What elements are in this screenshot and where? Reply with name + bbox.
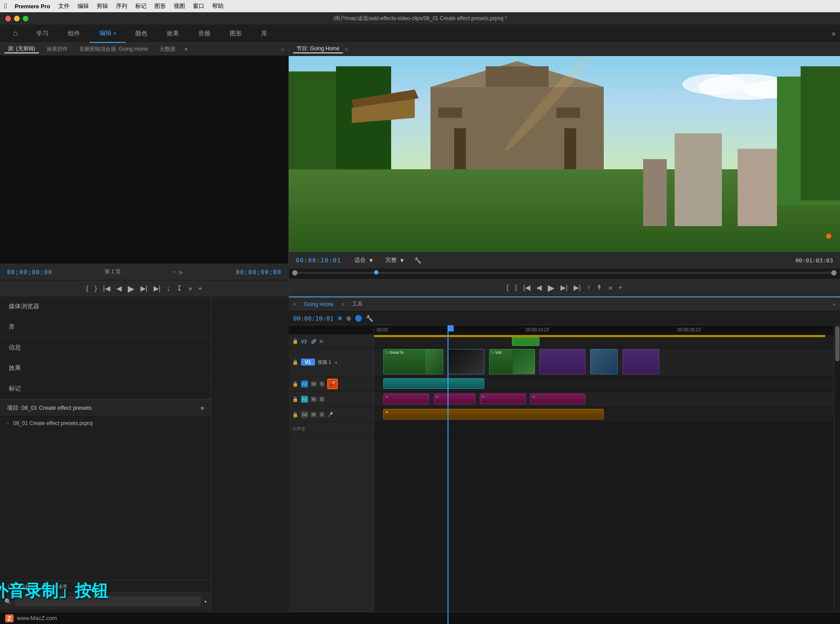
source-timecode-left[interactable]: 00;00;00;00	[7, 268, 52, 275]
workspace-more-button[interactable]: »	[832, 30, 836, 38]
apple-menu[interactable]: 	[4, 2, 7, 10]
timeline-timecode[interactable]: 00:00:10:01	[293, 315, 334, 322]
close-button[interactable]	[5, 16, 11, 21]
side-item-markers[interactable]: 标记	[0, 379, 211, 399]
a2-m-btn[interactable]: M	[311, 381, 317, 387]
program-go-to-in[interactable]: |◀	[523, 283, 530, 292]
a3-s-btn[interactable]: S	[319, 397, 325, 402]
a2-button[interactable]: A2	[301, 380, 308, 387]
source-tab-metadata[interactable]: 元数据	[156, 45, 179, 53]
source-more-controls[interactable]: »	[188, 285, 192, 293]
timeline-more[interactable]: »	[833, 301, 836, 307]
menu-view[interactable]: 视图	[174, 2, 185, 10]
quality-dropdown-icon[interactable]: ▼	[399, 257, 405, 264]
source-add-btn[interactable]: +	[198, 285, 202, 293]
scrubber-playhead[interactable]	[374, 270, 378, 275]
a3-button[interactable]: A3	[301, 396, 308, 403]
a3-clip-3[interactable]: fx	[480, 394, 526, 404]
v1-clip-2[interactable]: fx	[448, 349, 484, 374]
a3-clip-2[interactable]: fx	[434, 394, 476, 404]
menu-marker[interactable]: 标记	[135, 2, 147, 10]
timeline-settings[interactable]: 🔧	[366, 315, 373, 322]
a3-clip-4[interactable]: fx	[530, 394, 585, 404]
a4-m-btn[interactable]: M	[311, 412, 317, 417]
source-step-fwd[interactable]: ▶|	[140, 284, 147, 293]
v1-clip-3[interactable]: fx Vist	[489, 349, 535, 374]
workspace-tab-effects[interactable]: 效果	[157, 24, 189, 43]
workspace-tab-color[interactable]: 颜色	[126, 24, 157, 43]
project-menu[interactable]: ≡	[200, 405, 204, 411]
side-item-media-browser[interactable]: 媒体浏览器	[0, 296, 211, 317]
program-mark-out[interactable]: }	[515, 284, 517, 292]
v1-clip-1[interactable]: fx Great fo	[383, 349, 443, 374]
a3-clip-1[interactable]: fx	[383, 394, 429, 404]
scrubber-right-handle[interactable]	[831, 270, 836, 275]
page-nav-forward[interactable]: ▶	[179, 268, 184, 275]
program-lift[interactable]: ↑	[587, 284, 590, 292]
a2-s-btn[interactable]: S	[319, 381, 325, 387]
side-item-info[interactable]: 信息	[0, 338, 211, 358]
a4-s-btn[interactable]: S	[319, 412, 325, 417]
a4-clip-1[interactable]: fx	[383, 409, 604, 419]
source-tab-audio-mixer[interactable]: 音频剪辑混合器: Going Home	[76, 45, 152, 53]
program-add-btn[interactable]: +	[618, 284, 622, 292]
timeline-tools-tab[interactable]: 工具	[350, 300, 365, 308]
search-input[interactable]	[15, 596, 201, 606]
a4-lock-icon[interactable]: 🔒	[292, 412, 298, 418]
v1-clip-6[interactable]	[623, 349, 659, 374]
timeline-menu[interactable]: ≡	[341, 301, 344, 307]
v2-eye-icon[interactable]: 👁	[319, 339, 324, 344]
workspace-tab-learn[interactable]: 学习	[27, 24, 58, 43]
source-step-back[interactable]: ◀	[116, 284, 122, 293]
program-go-to-out[interactable]: ▶|	[574, 283, 581, 292]
program-tab-menu[interactable]: ≡	[345, 46, 348, 52]
a2-lock-icon[interactable]: 🔒	[292, 381, 298, 387]
maximize-button[interactable]	[23, 16, 28, 21]
program-play[interactable]: ▶	[548, 282, 554, 293]
workspace-tab-libraries[interactable]: 库	[252, 24, 277, 43]
source-mark-in[interactable]: {	[86, 285, 88, 293]
snap-tool[interactable]: ❄	[337, 315, 343, 322]
workspace-tab-graphics[interactable]: 图形	[220, 24, 252, 43]
program-step-back[interactable]: ◀	[536, 283, 542, 292]
menu-file[interactable]: 文件	[58, 2, 70, 10]
app-name[interactable]: Premiere Pro	[15, 3, 50, 10]
search-filter-icon[interactable]: ▪	[204, 598, 206, 605]
source-overwrite[interactable]: ↧	[176, 284, 182, 293]
v1-clip-4[interactable]	[539, 349, 585, 374]
source-tab-effects[interactable]: 效果控件	[43, 45, 71, 53]
wrench-icon[interactable]: 🔧	[414, 257, 421, 264]
source-go-to-in[interactable]: |◀	[103, 284, 110, 293]
voiceover-record-button[interactable]: 🎤	[327, 379, 338, 389]
source-panel-menu[interactable]: ≡	[185, 47, 188, 52]
workspace-tab-audio[interactable]: 音频	[189, 24, 220, 43]
side-item-library[interactable]: 库	[0, 317, 211, 338]
timeline-close[interactable]: ×	[293, 301, 296, 307]
source-play[interactable]: ▶	[128, 283, 134, 294]
a2-clip-1[interactable]	[383, 378, 484, 389]
source-go-to-out[interactable]: ▶|	[154, 284, 161, 293]
a4-button[interactable]: A4	[301, 411, 308, 418]
workspace-tab-assembly[interactable]: 组件	[58, 24, 90, 43]
source-tab-source[interactable]: 源: (无剪辑)	[4, 45, 39, 53]
fit-dropdown-icon[interactable]: ▼	[368, 257, 374, 264]
scrubber-left-handle[interactable]	[292, 270, 298, 275]
project-file-item[interactable]: ▪ 08_01 Create effect presets.prproj	[0, 417, 211, 430]
v2-lock-icon[interactable]: 🔒	[292, 338, 298, 344]
menu-edit[interactable]: 编辑	[77, 2, 89, 10]
source-insert[interactable]: ↓	[167, 285, 170, 293]
menu-graphics[interactable]: 图形	[154, 2, 166, 10]
v1-lock-icon[interactable]: 🔒	[292, 359, 298, 365]
a3-m-btn[interactable]: M	[311, 397, 317, 402]
source-panel-more[interactable]: »	[281, 46, 284, 52]
menu-clip[interactable]: 剪辑	[97, 2, 108, 10]
program-step-fwd[interactable]: ▶|	[560, 283, 567, 292]
program-tab[interactable]: 节目: Going Home	[293, 45, 343, 53]
home-button[interactable]: ⌂	[4, 29, 27, 38]
program-scrubber-bar[interactable]	[289, 268, 840, 278]
v1-button[interactable]: V1	[301, 359, 315, 366]
add-marker-tool[interactable]: 🔵	[355, 315, 362, 322]
a3-lock-icon[interactable]: 🔒	[292, 397, 298, 402]
menu-window[interactable]: 窗口	[193, 2, 204, 10]
v1-clip-5[interactable]	[590, 349, 618, 374]
